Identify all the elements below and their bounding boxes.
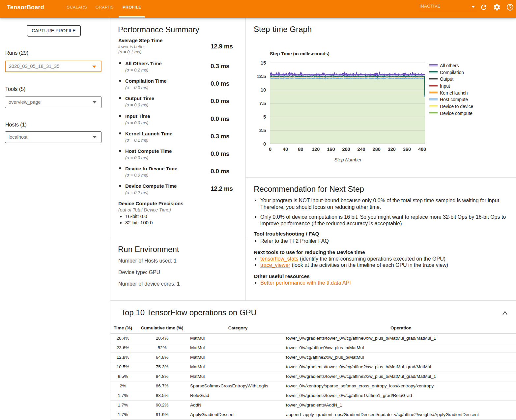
svg-text:Output: Output	[440, 77, 454, 82]
svg-text:7.5: 7.5	[259, 101, 266, 106]
svg-text:2.5: 2.5	[259, 128, 266, 133]
svg-text:80: 80	[298, 147, 303, 152]
svg-text:120: 120	[312, 147, 320, 152]
svg-text:0: 0	[263, 141, 266, 147]
svg-text:Step Number: Step Number	[334, 157, 362, 162]
svg-text:40: 40	[283, 147, 288, 152]
svg-text:Kernel launch: Kernel launch	[440, 91, 468, 96]
svg-text:Compilation: Compilation	[440, 70, 464, 75]
svg-text:15: 15	[261, 60, 266, 66]
svg-text:360: 360	[403, 147, 411, 152]
svg-text:160: 160	[327, 147, 335, 152]
svg-text:5: 5	[263, 114, 266, 120]
svg-text:Input: Input	[440, 84, 450, 89]
svg-text:400: 400	[418, 147, 426, 152]
svg-text:240: 240	[357, 147, 365, 152]
svg-text:Device compute: Device compute	[440, 111, 473, 116]
svg-text:12.5: 12.5	[257, 74, 266, 79]
svg-text:All others: All others	[440, 63, 459, 68]
svg-text:Device to device: Device to device	[440, 104, 473, 109]
svg-text:280: 280	[373, 147, 381, 152]
svg-text:Step Time (in milliseconds): Step Time (in milliseconds)	[270, 51, 330, 56]
svg-text:10: 10	[261, 87, 266, 93]
svg-text:320: 320	[388, 147, 396, 152]
svg-text:0: 0	[269, 147, 272, 152]
svg-text:200: 200	[342, 147, 350, 152]
svg-text:Host compute: Host compute	[440, 97, 468, 102]
